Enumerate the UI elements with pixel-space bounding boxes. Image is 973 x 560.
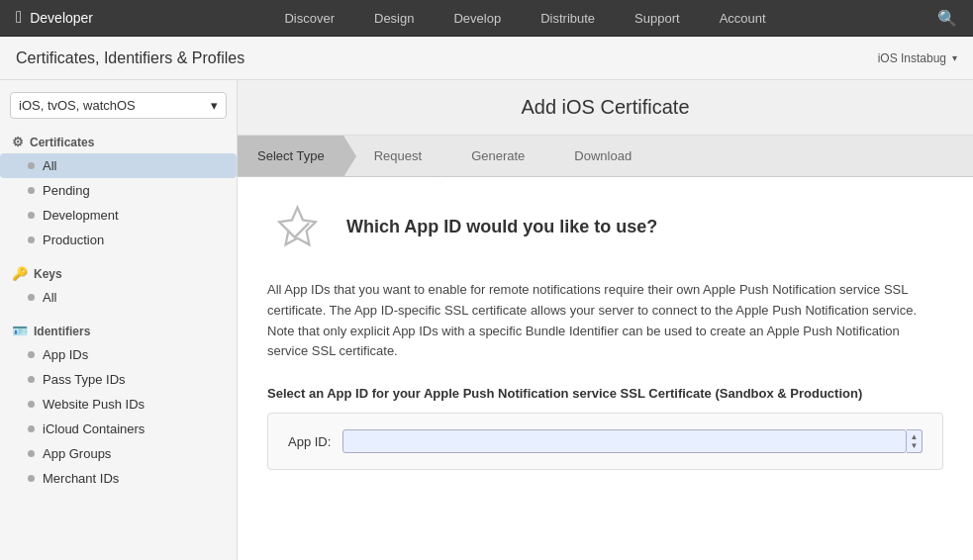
dot-icon (28, 187, 35, 194)
nav-discover[interactable]: Discover (264, 0, 354, 37)
page-title: Add iOS Certificate (238, 80, 973, 136)
step-generate-label: Generate (471, 148, 525, 163)
sidebar-item-label: Pending (43, 183, 90, 198)
wizard-step-generate: Generate (441, 136, 544, 176)
page-section-title: Certificates, Identifiers & Profiles (16, 49, 244, 67)
app-id-field-label: App ID: (288, 434, 331, 449)
step-request-label: Request (374, 148, 422, 163)
sub-header: Certificates, Identifiers & Profiles iOS… (0, 37, 973, 80)
content-body: Which App ID would you like to use? All … (238, 177, 973, 494)
sidebar-item-label: iCloud Containers (43, 421, 145, 436)
identifiers-icon: 🪪 (12, 324, 28, 338)
nav-account[interactable]: Account (700, 0, 786, 37)
sidebar-item-app-ids[interactable]: App IDs (0, 342, 237, 367)
nav-distribute[interactable]: Distribute (521, 0, 615, 37)
sidebar-item-label: App IDs (43, 347, 88, 362)
dot-icon (28, 294, 35, 301)
app-id-select-row: App ID: ▲ ▼ (267, 413, 943, 470)
sidebar-item-label: Website Push IDs (43, 397, 145, 412)
sidebar-item-certificates-pending[interactable]: Pending (0, 178, 237, 203)
app-id-input[interactable] (342, 429, 907, 453)
dot-icon (28, 450, 35, 457)
main-content: Add iOS Certificate Select Type Request … (238, 80, 973, 560)
sidebar-item-label: All (43, 290, 56, 305)
dot-icon (28, 401, 35, 408)
dropdown-arrow-icon: ▾ (211, 98, 218, 113)
sidebar-item-label: Pass Type IDs (43, 372, 126, 387)
sidebar-item-website-push-ids[interactable]: Website Push IDs (0, 392, 237, 417)
app-id-stepper[interactable]: ▲ ▼ (907, 429, 923, 453)
certificates-section-title: Certificates (30, 136, 94, 149)
brand-logo:  Developer (16, 8, 93, 28)
step-select-type-label: Select Type (257, 148, 325, 163)
stepper-up-icon: ▲ (911, 432, 919, 441)
select-app-id-label: Select an App ID for your Apple Push Not… (267, 386, 943, 401)
app-id-icon (267, 201, 327, 260)
env-label: iOS Instabug (878, 51, 946, 65)
identifiers-section-header: 🪪 Identifiers (0, 318, 237, 342)
sidebar-item-certificates-production[interactable]: Production (0, 228, 237, 252)
platform-dropdown[interactable]: iOS, tvOS, watchOS ▾ (10, 92, 227, 119)
wizard-steps: Select Type Request Generate Download (238, 136, 973, 177)
env-selector[interactable]: iOS Instabug ▾ (878, 51, 957, 65)
sidebar-item-icloud-containers[interactable]: iCloud Containers (0, 417, 237, 441)
dot-icon (28, 376, 35, 383)
wizard-step-select-type: Select Type (238, 136, 344, 176)
nav-right: 🔍 (937, 9, 957, 28)
keys-icon: 🔑 (12, 266, 28, 281)
sidebar-item-app-groups[interactable]: App Groups (0, 441, 237, 466)
dot-icon (28, 212, 35, 219)
sidebar-item-keys-all[interactable]: All (0, 285, 237, 310)
search-icon[interactable]: 🔍 (937, 9, 957, 28)
top-navigation:  Developer Discover Design Develop Dist… (0, 0, 973, 37)
identifiers-section: 🪪 Identifiers App IDs Pass Type IDs Webs… (0, 318, 237, 491)
dot-icon (28, 425, 35, 432)
sidebar-item-label: App Groups (43, 446, 111, 461)
dot-icon (28, 162, 35, 169)
certificates-section: ⚙ Certificates All Pending Development P… (0, 129, 237, 252)
sidebar-item-merchant-ids[interactable]: Merchant IDs (0, 466, 237, 491)
apple-icon:  (16, 8, 22, 28)
sidebar-item-certificates-development[interactable]: Development (0, 203, 237, 228)
keys-section-title: Keys (34, 267, 62, 281)
sidebar-item-certificates-all[interactable]: All (0, 153, 237, 178)
wizard-step-download: Download (544, 136, 651, 176)
sidebar-item-label: Merchant IDs (43, 471, 119, 486)
nav-develop[interactable]: Develop (434, 0, 521, 37)
dot-icon (28, 351, 35, 358)
nav-support[interactable]: Support (615, 0, 700, 37)
description-text: All App IDs that you want to enable for … (267, 280, 943, 362)
chevron-down-icon: ▾ (952, 52, 957, 63)
app-id-header-section: Which App ID would you like to use? (267, 201, 943, 260)
keys-section: 🔑 Keys All (0, 260, 237, 310)
sidebar-item-label: Development (43, 208, 119, 223)
brand-label: Developer (30, 10, 93, 26)
certificates-section-header: ⚙ Certificates (0, 129, 237, 153)
platform-label: iOS, tvOS, watchOS (19, 98, 136, 113)
sidebar-item-pass-type-ids[interactable]: Pass Type IDs (0, 367, 237, 392)
step-download-label: Download (574, 148, 632, 163)
nav-design[interactable]: Design (354, 0, 434, 37)
dot-icon (28, 475, 35, 482)
stepper-down-icon: ▼ (911, 441, 919, 450)
app-id-question-title: Which App ID would you like to use? (346, 201, 657, 237)
sidebar: iOS, tvOS, watchOS ▾ ⚙ Certificates All … (0, 80, 238, 560)
wizard-step-request: Request (344, 136, 441, 176)
main-layout: iOS, tvOS, watchOS ▾ ⚙ Certificates All … (0, 80, 973, 560)
sidebar-item-label: All (43, 158, 56, 173)
identifiers-section-title: Identifiers (34, 325, 90, 338)
keys-section-header: 🔑 Keys (0, 260, 237, 285)
nav-links: Discover Design Develop Distribute Suppo… (113, 0, 937, 37)
svg-marker-0 (279, 207, 316, 244)
dot-icon (28, 236, 35, 243)
sidebar-item-label: Production (43, 233, 104, 247)
certificates-icon: ⚙ (12, 135, 24, 149)
